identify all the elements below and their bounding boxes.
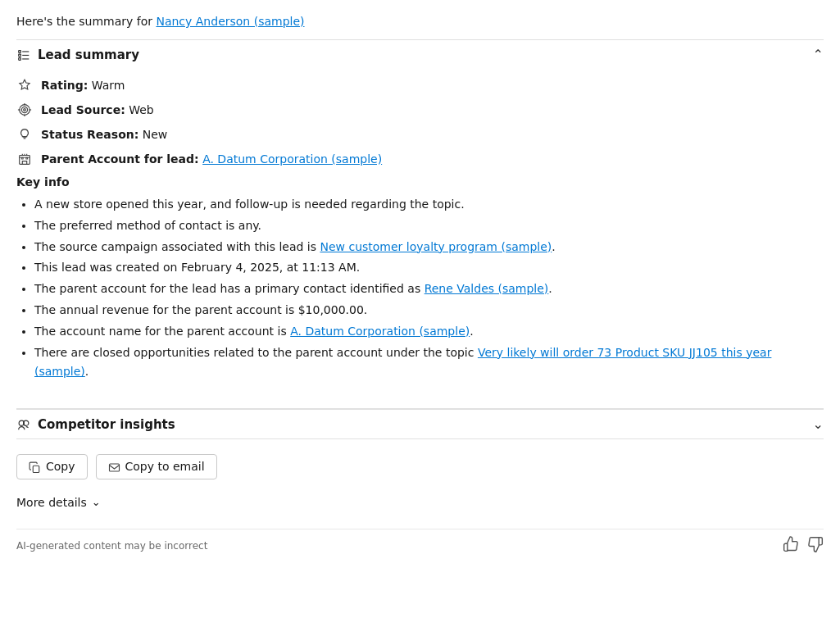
copy-to-email-label: Copy to email <box>125 460 205 473</box>
more-details-label: More details <box>16 496 87 509</box>
status-reason-row: Status Reason: New <box>16 126 824 143</box>
opportunity-link[interactable]: Very likely will order 73 Product SKU JJ… <box>34 346 771 379</box>
campaign-link[interactable]: New customer loyalty program (sample) <box>320 240 552 253</box>
list-item: The parent account for the lead has a pr… <box>34 279 824 299</box>
lead-summary-chevron: ⌃ <box>813 47 824 62</box>
footer-bar: AI-generated content may be incorrect <box>16 529 824 556</box>
copy-label: Copy <box>46 460 75 473</box>
competitor-insights-header-left: Competitor insights <box>16 416 175 432</box>
thumbs-down-icon[interactable] <box>807 536 824 556</box>
list-item: The source campaign associated with this… <box>34 238 824 257</box>
lead-summary-header[interactable]: Lead summary ⌃ <box>16 39 824 69</box>
svg-rect-18 <box>33 466 39 472</box>
building-icon <box>16 151 33 167</box>
lead-source-row: Lead Source: Web <box>16 102 824 118</box>
svg-rect-13 <box>20 156 30 165</box>
competitor-insights-section: Competitor insights ⌄ <box>16 408 824 438</box>
rating-row: Rating: Warm <box>16 77 824 93</box>
list-item: The annual revenue for the parent accoun… <box>34 301 824 320</box>
parent-account-label: Parent Account for lead: A. Datum Corpor… <box>41 152 382 166</box>
parent-account-row: Parent Account for lead: A. Datum Corpor… <box>16 151 824 167</box>
svg-point-7 <box>21 107 27 112</box>
competitor-insights-header[interactable]: Competitor insights ⌄ <box>16 409 824 438</box>
svg-rect-0 <box>19 50 21 52</box>
star-icon <box>16 77 33 93</box>
key-info-section: Key info A new store opened this year, a… <box>16 175 824 382</box>
status-reason-label: Status Reason: New <box>41 128 167 141</box>
rating-label: Rating: Warm <box>41 79 125 92</box>
list-item: The account name for the parent account … <box>34 322 824 342</box>
svg-rect-19 <box>109 464 119 471</box>
intro-text: Here's the summary for <box>16 15 152 28</box>
list-item: There are closed opportunities related t… <box>34 343 824 383</box>
target-icon <box>16 102 33 118</box>
copy-to-email-button[interactable]: Copy to email <box>96 454 217 479</box>
contact-rene-link[interactable]: Rene Valdes (sample) <box>425 282 549 295</box>
competitor-icon <box>16 416 31 432</box>
lead-summary-icon <box>16 47 31 62</box>
competitor-insights-chevron: ⌄ <box>813 416 824 432</box>
account-datum-link[interactable]: A. Datum Corporation (sample) <box>290 325 470 338</box>
competitor-insights-title: Competitor insights <box>38 417 175 432</box>
lead-source-label: Lead Source: Web <box>41 103 154 116</box>
copy-icon <box>29 460 41 474</box>
intro-line: Here's the summary for Nancy Anderson (s… <box>16 15 824 28</box>
key-info-list: A new store opened this year, and follow… <box>16 195 824 382</box>
list-item: A new store opened this year, and follow… <box>34 195 824 215</box>
list-item: This lead was created on February 4, 202… <box>34 258 824 278</box>
list-item: The preferred method of contact is any. <box>34 216 824 236</box>
lead-summary-header-left: Lead summary <box>16 47 139 62</box>
key-info-title: Key info <box>16 175 824 189</box>
thumbs-up-icon[interactable] <box>783 536 799 556</box>
parent-account-link[interactable]: A. Datum Corporation (sample) <box>202 152 382 166</box>
action-bar: Copy Copy to email <box>16 438 824 493</box>
bulb-icon <box>16 126 33 143</box>
ai-disclaimer: AI-generated content may be incorrect <box>16 540 207 552</box>
more-details-chevron-icon: ⌄ <box>92 496 101 508</box>
lead-summary-title: Lead summary <box>38 48 139 62</box>
feedback-icons <box>783 536 824 556</box>
svg-point-6 <box>20 105 30 116</box>
svg-point-8 <box>24 109 26 111</box>
more-details-row[interactable]: More details ⌄ <box>16 493 824 522</box>
contact-link[interactable]: Nancy Anderson (sample) <box>156 15 304 28</box>
email-icon <box>108 460 120 474</box>
svg-rect-1 <box>19 54 21 57</box>
svg-rect-5 <box>19 57 21 60</box>
copy-button[interactable]: Copy <box>16 454 88 479</box>
lead-summary-body: Rating: Warm Lead Source: Web Status Rea… <box>16 69 824 405</box>
